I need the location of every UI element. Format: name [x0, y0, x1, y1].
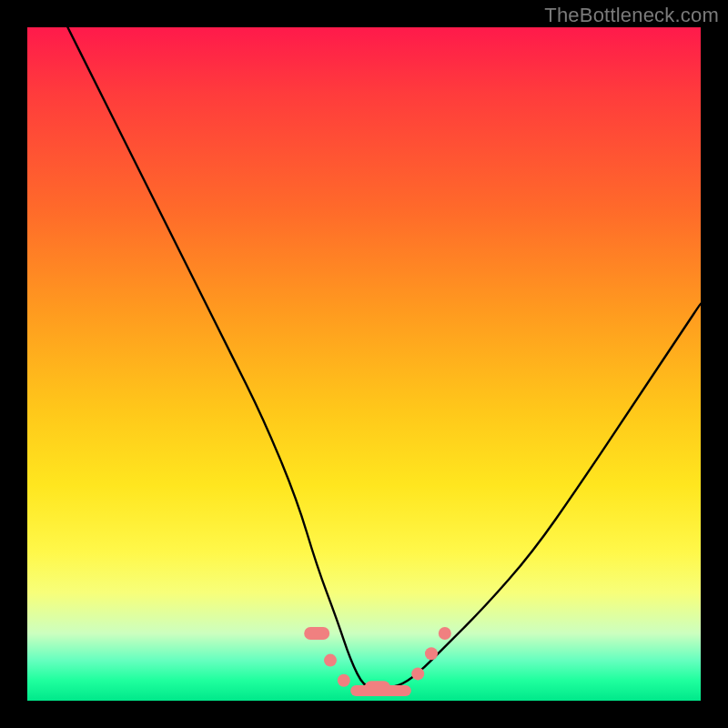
threshold-marker	[365, 681, 390, 693]
chart-frame: TheBottleneck.com	[0, 0, 728, 728]
plot-area	[27, 27, 701, 701]
bottleneck-curve	[67, 27, 701, 687]
curve-svg	[27, 27, 701, 701]
optimum-range-bar	[350, 685, 411, 696]
watermark-text: TheBottleneck.com	[544, 4, 719, 27]
threshold-marker	[324, 654, 337, 667]
threshold-markers	[304, 627, 451, 696]
threshold-marker	[411, 667, 424, 680]
threshold-marker	[439, 627, 451, 640]
threshold-marker	[338, 674, 350, 687]
threshold-marker	[425, 647, 438, 660]
threshold-marker	[304, 627, 329, 640]
